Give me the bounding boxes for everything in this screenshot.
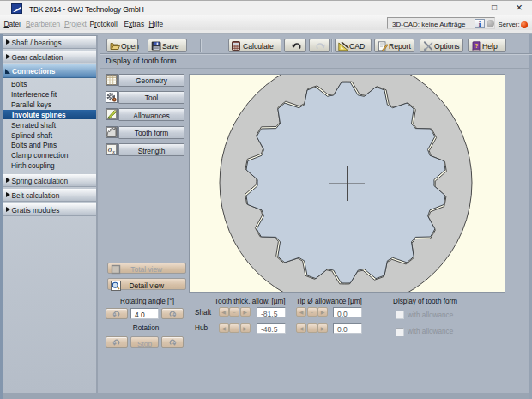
svg-text:?: ? [475,43,478,49]
svg-text:σ: σ [108,145,112,154]
svg-text:x: x [112,149,115,154]
